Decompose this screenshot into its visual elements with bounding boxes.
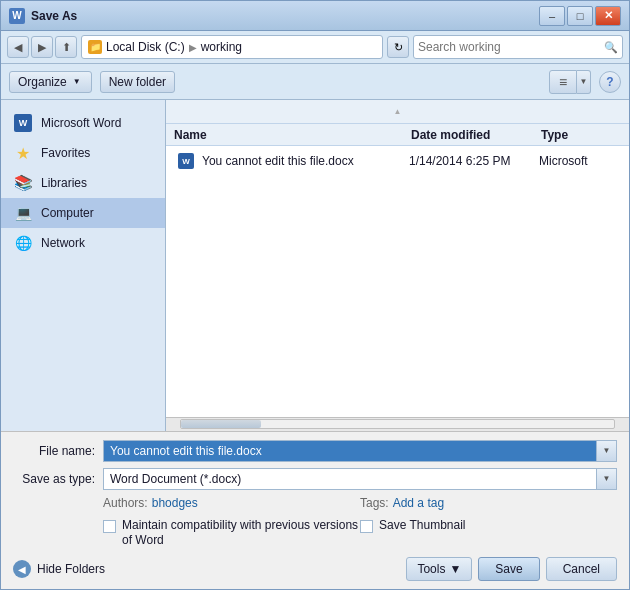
scrollbar-thumb[interactable] (181, 420, 261, 428)
thumbnail-label: Save Thumbnail (379, 518, 466, 534)
sidebar-item-microsoft-word[interactable]: W Microsoft Word (1, 108, 165, 138)
breadcrumb-root: Local Disk (C:) (106, 40, 185, 54)
sidebar: W Microsoft Word ★ Favorites 📚 Libraries… (1, 100, 166, 431)
organize-label: Organize (18, 75, 67, 89)
tools-label: Tools (417, 562, 445, 576)
window-icon: W (9, 8, 25, 24)
breadcrumb-sub: working (201, 40, 242, 54)
sidebar-label-favorites: Favorites (41, 146, 90, 160)
view-dropdown-arrow: ▼ (580, 77, 588, 86)
hide-folders-button[interactable]: ◀ Hide Folders (13, 560, 105, 578)
sidebar-item-network[interactable]: 🌐 Network (1, 228, 165, 258)
view-icon: ≡ (559, 74, 567, 90)
savetype-row: Save as type: Word Document (*.docx) Wor… (13, 468, 617, 490)
tags-link[interactable]: Add a tag (393, 496, 444, 510)
authors-item: Authors: bhodges (103, 496, 360, 510)
save-as-dialog: W Save As – □ ✕ ◀ ▶ ⬆ 📁 Local Disk (C:) … (0, 0, 630, 590)
tools-button[interactable]: Tools ▼ (406, 557, 472, 581)
filename-input[interactable] (103, 440, 597, 462)
window-title: Save As (31, 9, 539, 23)
authors-value[interactable]: bhodges (152, 496, 198, 510)
save-button[interactable]: Save (478, 557, 539, 581)
scrollbar-track (180, 419, 615, 429)
word-icon: W (13, 113, 33, 133)
file-header: ▲ (166, 100, 629, 124)
libraries-icon: 📚 (13, 173, 33, 193)
close-button[interactable]: ✕ (595, 6, 621, 26)
savetype-label: Save as type: (13, 472, 103, 486)
horizontal-scrollbar[interactable] (166, 417, 629, 431)
minimize-button[interactable]: – (539, 6, 565, 26)
search-input[interactable] (418, 40, 604, 54)
file-area: ▲ Name Date modified Type W You cannot e… (166, 100, 629, 431)
view-dropdown-button[interactable]: ▼ (577, 70, 591, 94)
organize-button[interactable]: Organize ▼ (9, 71, 92, 93)
sidebar-item-computer[interactable]: 💻 Computer (1, 198, 165, 228)
title-bar: W Save As – □ ✕ (1, 1, 629, 31)
file-list: W You cannot edit this file.docx 1/14/20… (166, 146, 629, 417)
file-icon: W (176, 151, 196, 171)
sidebar-label-network: Network (41, 236, 85, 250)
compat-label: Maintain compatibility with previous ver… (122, 518, 360, 549)
organize-arrow: ▼ (71, 76, 83, 88)
file-date: 1/14/2014 6:25 PM (409, 154, 539, 168)
folder-icon: 📁 (88, 40, 102, 54)
filename-label: File name: (13, 444, 103, 458)
tools-arrow: ▼ (449, 562, 461, 576)
refresh-button[interactable]: ↻ (387, 36, 409, 58)
cancel-button[interactable]: Cancel (546, 557, 617, 581)
file-type: Microsoft (539, 154, 619, 168)
window-controls: – □ ✕ (539, 6, 621, 26)
savetype-select[interactable]: Word Document (*.docx) Word 97-2003 Docu… (103, 468, 597, 490)
favorites-icon: ★ (13, 143, 33, 163)
checkbox-group-1: Maintain compatibility with previous ver… (103, 518, 360, 549)
filename-row: File name: ▼ (13, 440, 617, 462)
button-row: ◀ Hide Folders Tools ▼ Save Cancel (13, 557, 617, 581)
thumbnail-checkbox[interactable] (360, 520, 373, 533)
column-type: Type (541, 128, 621, 142)
new-folder-button[interactable]: New folder (100, 71, 175, 93)
sidebar-item-favorites[interactable]: ★ Favorites (1, 138, 165, 168)
computer-icon: 💻 (13, 203, 33, 223)
checkbox-row: Maintain compatibility with previous ver… (13, 518, 617, 549)
main-area: W Microsoft Word ★ Favorites 📚 Libraries… (1, 100, 629, 431)
file-row[interactable]: W You cannot edit this file.docx 1/14/20… (168, 148, 627, 174)
nav-buttons: ◀ ▶ ⬆ (7, 36, 77, 58)
savetype-dropdown-button[interactable]: ▼ (597, 468, 617, 490)
column-name: Name (174, 128, 411, 142)
scroll-indicator: ▲ (170, 107, 625, 116)
filename-dropdown-button[interactable]: ▼ (597, 440, 617, 462)
file-column-headers: Name Date modified Type (166, 124, 629, 146)
authors-label: Authors: (103, 496, 148, 510)
compat-checkbox[interactable] (103, 520, 116, 533)
tags-item: Tags: Add a tag (360, 496, 617, 510)
sidebar-label-microsoft-word: Microsoft Word (41, 116, 121, 130)
file-name: You cannot edit this file.docx (202, 154, 409, 168)
checkbox-group-2: Save Thumbnail (360, 518, 617, 534)
sidebar-label-computer: Computer (41, 206, 94, 220)
help-button[interactable]: ? (599, 71, 621, 93)
column-date: Date modified (411, 128, 541, 142)
sidebar-item-libraries[interactable]: 📚 Libraries (1, 168, 165, 198)
address-bar: ◀ ▶ ⬆ 📁 Local Disk (C:) ▶ working ↻ 🔍 (1, 31, 629, 64)
meta-row: Authors: bhodges Tags: Add a tag (13, 496, 617, 510)
help-icon: ? (606, 75, 613, 89)
network-icon: 🌐 (13, 233, 33, 253)
view-button[interactable]: ≡ (549, 70, 577, 94)
breadcrumb-bar[interactable]: 📁 Local Disk (C:) ▶ working (81, 35, 383, 59)
search-icon: 🔍 (604, 41, 618, 54)
maximize-button[interactable]: □ (567, 6, 593, 26)
new-folder-label: New folder (109, 75, 166, 89)
form-area: File name: ▼ Save as type: Word Document… (1, 431, 629, 589)
hide-folders-label: Hide Folders (37, 562, 105, 576)
sidebar-label-libraries: Libraries (41, 176, 87, 190)
toolbar: Organize ▼ New folder ≡ ▼ ? (1, 64, 629, 100)
hide-folders-icon: ◀ (13, 560, 31, 578)
breadcrumb-separator: ▶ (189, 42, 197, 53)
forward-button[interactable]: ▶ (31, 36, 53, 58)
back-button[interactable]: ◀ (7, 36, 29, 58)
view-control: ≡ ▼ (549, 70, 591, 94)
tags-label: Tags: (360, 496, 389, 510)
up-button[interactable]: ⬆ (55, 36, 77, 58)
search-box: 🔍 (413, 35, 623, 59)
